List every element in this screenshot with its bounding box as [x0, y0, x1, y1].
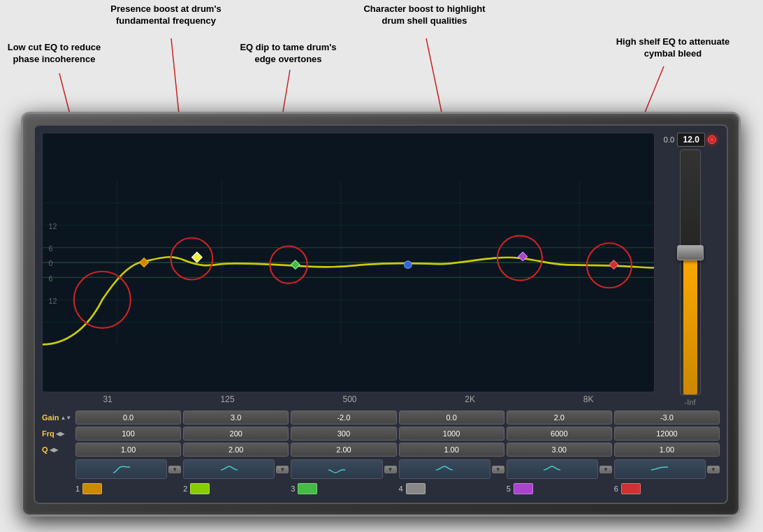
fader-value-box[interactable]: 12.0	[677, 133, 705, 147]
gain-label: Gain ▲▼	[42, 413, 73, 422]
freq-label-8k: 8K	[583, 394, 594, 404]
frq-cell-2[interactable]: 200	[183, 427, 289, 441]
gain-cell-4[interactable]: 0.0	[399, 411, 504, 424]
frq-row: Frq ◀▶ 100 200 300 1000 6000 12000	[42, 427, 720, 441]
filter-dropdown-1[interactable]: ▼	[168, 466, 181, 473]
filter-btn-5[interactable]	[507, 459, 598, 479]
svg-text:0: 0	[49, 259, 53, 267]
gain-cell-5[interactable]: 2.0	[507, 411, 612, 424]
fader-top-row: 0.0 12.0	[660, 133, 720, 147]
svg-text:12: 12	[49, 297, 57, 305]
gain-cell-2[interactable]: 3.0	[183, 411, 289, 424]
band-item-2: 2	[183, 482, 289, 496]
filter-dropdown-5[interactable]: ▼	[600, 466, 612, 473]
band-num-6: 6	[614, 485, 618, 493]
filter-dropdown-3[interactable]: ▼	[384, 466, 397, 473]
q-cell-4[interactable]: 1.00	[399, 443, 504, 457]
gain-row: Gain ▲▼ 0.0 3.0 -2.0 0.0 2.0 -3.0	[42, 411, 720, 424]
band-item-6: 6	[614, 482, 720, 496]
filter-btn-1[interactable]	[75, 459, 167, 479]
svg-text:6: 6	[49, 274, 53, 283]
filter-group-6: ▼	[614, 459, 720, 479]
q-label: Q ◀▶	[42, 445, 73, 454]
eq-display: 12 6 0 6 12	[42, 133, 655, 392]
gain-cell-1[interactable]: 0.0	[75, 411, 181, 424]
filter-btn-6[interactable]	[614, 459, 706, 479]
freq-labels: 31 125 500 2K 8K	[42, 392, 655, 406]
band-item-3: 3	[291, 482, 396, 496]
q-cell-2[interactable]: 2.00	[183, 443, 289, 457]
band-item-5: 5	[507, 482, 612, 496]
band-color-2[interactable]	[190, 483, 210, 494]
frq-cell-1[interactable]: 100	[75, 427, 181, 441]
frq-cell-5[interactable]: 6000	[507, 427, 612, 441]
annotation-low-cut: Low cut EQ to reduce phase incoherence	[3, 42, 105, 66]
fader-section: 0.0 12.0 -Inf	[660, 133, 720, 406]
band-num-1: 1	[75, 485, 80, 493]
q-cell-3[interactable]: 2.00	[291, 443, 396, 457]
plugin-inner: 12 6 0 6 12	[34, 124, 728, 504]
filter-group-1: ▼	[75, 459, 181, 479]
fader-track[interactable]	[680, 149, 701, 395]
filter-group-4: ▼	[399, 459, 504, 479]
band-num-3: 3	[291, 485, 295, 493]
plugin-frame: 12 6 0 6 12	[21, 112, 741, 517]
freq-label-500: 500	[342, 394, 356, 404]
band-num-5: 5	[507, 485, 511, 493]
filter-btn-4[interactable]	[399, 459, 490, 479]
frq-cell-6[interactable]: 12000	[614, 427, 720, 441]
svg-text:12: 12	[49, 222, 57, 230]
gain-cell-3[interactable]: -2.0	[291, 411, 396, 424]
bottom-section: Gain ▲▼ 0.0 3.0 -2.0 0.0 2.0 -3.0 Frq ◀▶	[42, 411, 720, 496]
band-color-5[interactable]	[514, 483, 533, 494]
q-row: Q ◀▶ 1.00 2.00 2.00 1.00 3.00 1.00	[42, 443, 720, 457]
frq-label: Frq ◀▶	[42, 429, 73, 438]
svg-marker-30	[191, 252, 202, 263]
band-color-3[interactable]	[298, 483, 317, 494]
svg-marker-29	[140, 258, 149, 267]
svg-marker-34	[609, 260, 618, 269]
q-arrows[interactable]: ◀▶	[50, 447, 58, 453]
q-cell-1[interactable]: 1.00	[75, 443, 181, 457]
frq-cell-3[interactable]: 300	[291, 427, 396, 441]
fader-bottom-label: -Inf	[685, 398, 696, 406]
band-color-1[interactable]	[82, 483, 102, 494]
fader-db-label: 0.0	[664, 135, 674, 144]
filter-dropdown-4[interactable]: ▼	[492, 466, 504, 473]
freq-label-31: 31	[103, 394, 112, 404]
filter-group-5: ▼	[507, 459, 612, 479]
filter-dropdown-6[interactable]: ▼	[707, 466, 720, 473]
svg-text:6: 6	[49, 244, 53, 253]
band-item-4: 4	[399, 482, 504, 496]
filter-row: ▼ ▼	[75, 459, 720, 479]
band-num-4: 4	[399, 485, 403, 493]
svg-point-32	[405, 261, 412, 269]
filter-btn-3[interactable]	[291, 459, 382, 479]
annotation-high-shelf: High shelf EQ to attenuatecymbal bleed	[606, 36, 739, 60]
freq-label-125: 125	[221, 394, 235, 404]
eq-curve-svg: 12 6 0 6 12	[43, 133, 654, 392]
q-cell-5[interactable]: 3.00	[507, 443, 612, 457]
q-cell-6[interactable]: 1.00	[614, 443, 720, 457]
band-color-6[interactable]	[621, 483, 641, 494]
annotation-eq-dip: EQ dip to tame drum'sedge overtones	[231, 42, 346, 66]
fader-fill	[683, 248, 697, 394]
fader-thumb[interactable]	[677, 245, 704, 260]
filter-btn-2[interactable]	[183, 459, 275, 479]
band-color-4[interactable]	[406, 483, 426, 494]
gain-arrows[interactable]: ▲▼	[60, 415, 71, 421]
gain-cell-6[interactable]: -3.0	[614, 411, 720, 424]
frq-arrows[interactable]: ◀▶	[56, 431, 64, 437]
freq-label-2k: 2K	[465, 394, 475, 404]
annotation-presence-boost: Presence boost at drum'sfundamental freq…	[108, 3, 224, 27]
band-num-2: 2	[183, 485, 187, 493]
param-rows: Gain ▲▼ 0.0 3.0 -2.0 0.0 2.0 -3.0 Frq ◀▶	[42, 411, 720, 457]
filter-dropdown-2[interactable]: ▼	[276, 466, 289, 473]
frq-cell-4[interactable]: 1000	[399, 427, 504, 441]
top-section: 12 6 0 6 12	[42, 133, 720, 406]
svg-marker-31	[291, 260, 300, 269]
fader-led[interactable]	[708, 135, 716, 144]
band-item-1: 1	[75, 482, 181, 496]
filter-group-2: ▼	[183, 459, 289, 479]
filter-group-3: ▼	[291, 459, 396, 479]
